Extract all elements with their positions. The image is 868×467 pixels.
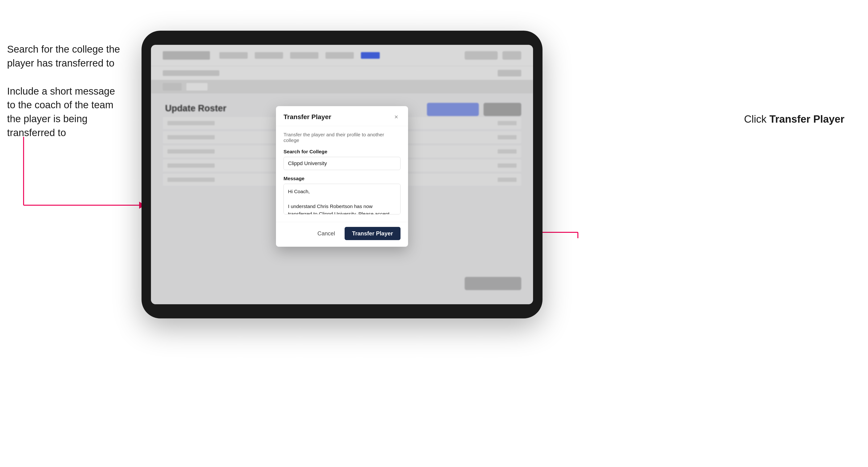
search-college-input[interactable] [283, 157, 401, 170]
modal-footer: Cancel Transfer Player [276, 222, 408, 247]
modal-body: Transfer the player and their profile to… [276, 126, 408, 222]
modal-description: Transfer the player and their profile to… [283, 132, 401, 143]
annotation-left: Search for the college the player has tr… [7, 42, 130, 154]
transfer-player-modal: Transfer Player × Transfer the player an… [276, 106, 408, 247]
annotation-search-text: Search for the college the player has tr… [7, 42, 130, 70]
search-college-label: Search for College [283, 149, 401, 154]
modal-overlay: Transfer Player × Transfer the player an… [151, 45, 533, 304]
annotation-transfer-bold: Transfer Player [769, 113, 844, 125]
modal-close-button[interactable]: × [392, 113, 401, 121]
transfer-player-button[interactable]: Transfer Player [345, 227, 401, 240]
tablet-device: Update Roster Transfer Player [142, 31, 542, 318]
message-label: Message [283, 176, 401, 181]
cancel-button[interactable]: Cancel [313, 227, 340, 240]
annotation-message-text: Include a short messageto the coach of t… [7, 85, 130, 140]
message-textarea[interactable]: Hi Coach, I understand Chris Robertson h… [283, 184, 401, 214]
modal-header: Transfer Player × [276, 106, 408, 126]
modal-title: Transfer Player [283, 113, 331, 121]
annotation-right: Click Transfer Player [744, 113, 844, 125]
tablet-screen: Update Roster Transfer Player [151, 45, 533, 304]
